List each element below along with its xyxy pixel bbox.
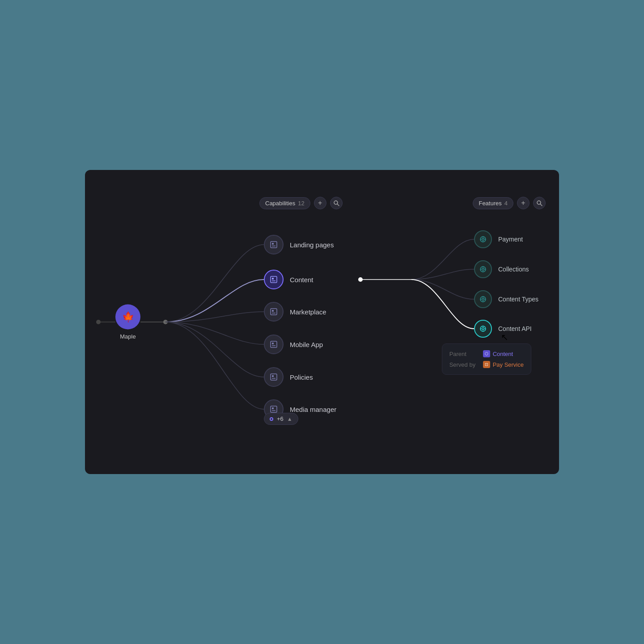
feat-circle-content-api <box>474 320 492 338</box>
tooltip-parent-key: Parent <box>449 351 479 357</box>
svg-rect-11 <box>272 243 274 245</box>
content-api-tooltip: Parent ⬡ Content Served by ⊡ Pay Service <box>442 343 531 375</box>
svg-line-9 <box>540 204 542 206</box>
svg-rect-20 <box>272 343 274 344</box>
cap-node-mobile-app[interactable]: Mobile App <box>264 335 323 354</box>
add-feature-button[interactable]: + <box>517 197 530 209</box>
add-capability-button[interactable]: + <box>314 197 326 209</box>
cap-circle-policies <box>264 367 284 387</box>
svg-line-7 <box>337 204 339 206</box>
feat-node-collections[interactable]: Collections <box>474 260 529 278</box>
app-window: 🍁 Maple Capabilities 12 + Features 4 <box>85 170 559 474</box>
tooltip-served-key: Served by <box>449 361 479 368</box>
collapse-icon: ▲ <box>287 416 292 422</box>
cap-node-landing-pages[interactable]: Landing pages <box>264 235 334 254</box>
feat-node-payment[interactable]: Payment <box>474 230 523 248</box>
feat-node-content-types[interactable]: Content Types <box>474 290 538 308</box>
svg-point-41 <box>482 298 484 301</box>
cap-circle-content <box>264 270 284 289</box>
more-dot-icon <box>270 417 273 421</box>
cap-node-policies[interactable]: Policies <box>264 367 313 387</box>
svg-point-47 <box>482 328 484 330</box>
tooltip-parent-text: Content <box>493 351 513 357</box>
cap-circle-mobile-app <box>264 335 284 354</box>
svg-rect-17 <box>272 310 274 312</box>
svg-rect-19 <box>271 341 277 347</box>
feat-label-payment: Payment <box>498 236 523 243</box>
svg-rect-23 <box>272 375 274 377</box>
cap-label-marketplace: Marketplace <box>290 308 326 316</box>
cap-label-policies: Policies <box>290 373 313 381</box>
svg-rect-25 <box>271 406 277 412</box>
svg-rect-26 <box>272 407 274 409</box>
cap-label-content: Content <box>290 276 314 284</box>
svg-point-3 <box>163 320 168 324</box>
capabilities-label: Capabilities <box>265 200 295 207</box>
svg-point-1 <box>96 320 101 324</box>
svg-point-29 <box>482 238 484 241</box>
cap-circle-landing-pages <box>264 235 284 254</box>
svg-rect-10 <box>271 242 277 248</box>
pay-service-icon: ⊡ <box>483 361 490 368</box>
capabilities-count: 12 <box>298 200 304 207</box>
search-capability-button[interactable] <box>330 197 343 209</box>
search-feature-button[interactable] <box>533 197 546 209</box>
toolbar-features: Features 4 + <box>473 197 546 209</box>
maple-circle: 🍁 <box>115 305 140 330</box>
feat-label-collections: Collections <box>498 266 529 273</box>
tooltip-served-text: Pay Service <box>493 361 524 368</box>
svg-rect-22 <box>271 374 277 380</box>
cap-label-media-manager: Media manager <box>290 406 336 413</box>
feat-circle-collections <box>474 260 492 278</box>
content-icon: ⬡ <box>483 350 490 357</box>
toolbar-capabilities: Capabilities 12 + <box>259 197 343 209</box>
cap-label-landing-pages: Landing pages <box>290 241 334 249</box>
more-pill[interactable]: +6 ▲ <box>264 413 298 425</box>
feat-circle-payment <box>474 230 492 248</box>
svg-rect-16 <box>271 309 277 315</box>
svg-point-35 <box>482 268 484 271</box>
svg-rect-13 <box>271 276 277 283</box>
tooltip-served-val: ⊡ Pay Service <box>483 361 524 368</box>
feat-label-content-types: Content Types <box>498 296 538 303</box>
feat-label-content-api: Content API <box>498 325 532 332</box>
cap-node-marketplace[interactable]: Marketplace <box>264 302 326 322</box>
tooltip-served-row: Served by ⊡ Pay Service <box>449 361 524 368</box>
svg-point-4 <box>358 277 363 282</box>
cap-node-content[interactable]: Content <box>264 270 314 289</box>
feat-node-content-api[interactable]: Content API <box>474 320 532 338</box>
features-count: 4 <box>504 200 508 207</box>
tooltip-parent-val: ⬡ Content <box>483 350 513 357</box>
feat-circle-content-types <box>474 290 492 308</box>
svg-rect-14 <box>272 278 274 280</box>
canvas: 🍁 Maple Capabilities 12 + Features 4 <box>85 170 559 474</box>
features-pill: Features 4 <box>473 197 513 209</box>
cap-label-mobile-app: Mobile App <box>290 341 323 348</box>
tooltip-parent-row: Parent ⬡ Content <box>449 350 524 357</box>
cap-circle-marketplace <box>264 302 284 322</box>
more-label: +6 <box>277 415 284 422</box>
maple-label: Maple <box>120 333 136 340</box>
features-label: Features <box>479 200 501 207</box>
maple-node[interactable]: 🍁 Maple <box>115 305 140 340</box>
capabilities-pill: Capabilities 12 <box>259 197 310 209</box>
